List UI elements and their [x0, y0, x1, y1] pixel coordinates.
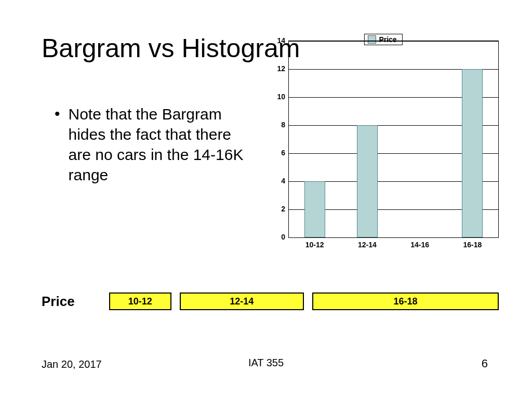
bargram-segment: 12-14 — [180, 292, 304, 310]
bargram-row: Price 10-1212-1416-18 — [42, 291, 499, 312]
y-tick-label: 12 — [270, 64, 285, 73]
x-tick-label: 14-16 — [394, 241, 446, 254]
y-tick-label: 8 — [270, 121, 285, 129]
x-tick-label: 12-14 — [341, 241, 393, 254]
bar — [357, 125, 378, 237]
histogram-chart: Price 10-1212-1414-1616-18 02468101214 — [265, 34, 501, 257]
slide-title: Bargram vs Histogram — [42, 34, 300, 64]
footer-course: IAT 355 — [248, 357, 284, 369]
bullet-item: • Note that the Bargram hides the fact t… — [55, 104, 252, 185]
plot-area — [288, 41, 499, 238]
x-axis-labels: 10-1212-1414-1616-18 — [288, 241, 499, 254]
bargram-cells: 10-1212-1416-18 — [109, 292, 499, 310]
y-tick-label: 4 — [270, 177, 285, 185]
bargram-segment: 10-12 — [109, 292, 171, 310]
y-tick-label: 0 — [270, 233, 285, 241]
slide: Bargram vs Histogram • Note that the Bar… — [0, 0, 532, 399]
bargram-axis-label: Price — [42, 294, 109, 310]
y-tick-label: 2 — [270, 205, 285, 213]
bullet-text: Note that the Bargram hides the fact tha… — [69, 104, 252, 185]
y-tick-label: 10 — [270, 92, 285, 101]
footer-page-number: 6 — [482, 357, 488, 370]
y-tick-label: 6 — [270, 149, 285, 157]
x-tick-label: 10-12 — [288, 241, 341, 254]
y-tick-label: 14 — [270, 36, 285, 45]
x-tick-label: 16-18 — [446, 241, 499, 254]
bargram-segment: 16-18 — [312, 292, 499, 310]
footer-date: Jan 20, 2017 — [42, 358, 102, 370]
bar — [304, 181, 325, 237]
gridline — [289, 41, 498, 42]
bar — [462, 69, 483, 237]
bullet-marker: • — [55, 104, 60, 185]
